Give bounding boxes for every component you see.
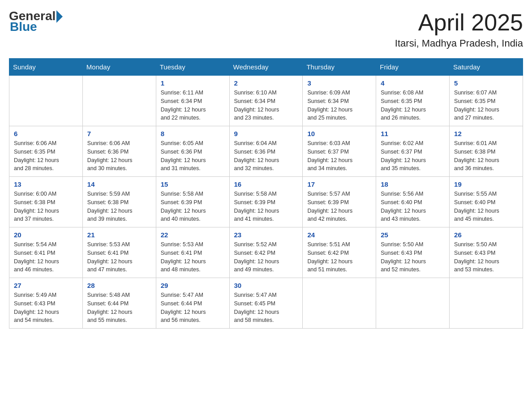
day-info: Sunrise: 6:01 AM Sunset: 6:38 PM Dayligh… xyxy=(454,139,518,173)
day-info: Sunrise: 6:00 AM Sunset: 6:38 PM Dayligh… xyxy=(14,190,78,223)
day-number: 17 xyxy=(307,180,371,188)
day-number: 16 xyxy=(234,180,298,188)
day-info: Sunrise: 6:05 AM Sunset: 6:36 PM Dayligh… xyxy=(161,139,225,173)
day-number: 20 xyxy=(14,231,78,239)
day-info: Sunrise: 6:11 AM Sunset: 6:34 PM Dayligh… xyxy=(161,89,225,122)
logo-arrow-icon xyxy=(56,10,63,23)
day-info: Sunrise: 5:50 AM Sunset: 6:43 PM Dayligh… xyxy=(381,240,445,274)
calendar-cell: 9Sunrise: 6:04 AM Sunset: 6:36 PM Daylig… xyxy=(229,126,303,177)
day-of-week-header: Sunday xyxy=(9,59,83,76)
calendar-week-row: 6Sunrise: 6:06 AM Sunset: 6:35 PM Daylig… xyxy=(9,126,523,177)
calendar-cell: 19Sunrise: 5:55 AM Sunset: 6:40 PM Dayli… xyxy=(450,177,523,227)
day-info: Sunrise: 5:59 AM Sunset: 6:38 PM Dayligh… xyxy=(87,190,151,223)
calendar-week-row: 13Sunrise: 6:00 AM Sunset: 6:38 PM Dayli… xyxy=(9,177,523,227)
calendar-cell: 23Sunrise: 5:52 AM Sunset: 6:42 PM Dayli… xyxy=(229,227,303,278)
calendar-cell: 21Sunrise: 5:53 AM Sunset: 6:41 PM Dayli… xyxy=(82,227,156,278)
calendar-cell: 2Sunrise: 6:10 AM Sunset: 6:34 PM Daylig… xyxy=(229,76,303,126)
day-info: Sunrise: 5:49 AM Sunset: 6:43 PM Dayligh… xyxy=(14,291,78,325)
calendar-cell: 10Sunrise: 6:03 AM Sunset: 6:37 PM Dayli… xyxy=(303,126,376,177)
day-number: 3 xyxy=(307,79,371,87)
day-info: Sunrise: 6:04 AM Sunset: 6:36 PM Dayligh… xyxy=(234,139,298,173)
day-info: Sunrise: 5:58 AM Sunset: 6:39 PM Dayligh… xyxy=(234,190,298,223)
day-number: 4 xyxy=(381,79,445,87)
page-header: General Blue April 2025 Itarsi, Madhya P… xyxy=(9,9,523,49)
calendar-cell: 24Sunrise: 5:51 AM Sunset: 6:42 PM Dayli… xyxy=(303,227,376,278)
day-info: Sunrise: 5:52 AM Sunset: 6:42 PM Dayligh… xyxy=(234,240,298,274)
day-number: 21 xyxy=(87,231,151,239)
day-number: 13 xyxy=(14,180,78,188)
day-number: 25 xyxy=(381,231,445,239)
day-info: Sunrise: 5:51 AM Sunset: 6:42 PM Dayligh… xyxy=(307,240,371,274)
day-number: 7 xyxy=(87,130,151,137)
calendar-cell: 3Sunrise: 6:09 AM Sunset: 6:34 PM Daylig… xyxy=(303,76,376,126)
calendar-cell: 1Sunrise: 6:11 AM Sunset: 6:34 PM Daylig… xyxy=(156,76,229,126)
day-number: 11 xyxy=(381,130,445,137)
day-info: Sunrise: 5:53 AM Sunset: 6:41 PM Dayligh… xyxy=(161,240,225,274)
day-info: Sunrise: 5:48 AM Sunset: 6:44 PM Dayligh… xyxy=(87,291,151,325)
calendar-cell xyxy=(82,76,156,126)
day-info: Sunrise: 5:54 AM Sunset: 6:41 PM Dayligh… xyxy=(14,240,78,274)
day-number: 19 xyxy=(454,180,518,188)
day-number: 5 xyxy=(454,79,518,87)
day-number: 10 xyxy=(307,130,371,137)
day-of-week-header: Friday xyxy=(376,59,450,76)
day-of-week-header: Monday xyxy=(82,59,156,76)
day-number: 26 xyxy=(454,231,518,239)
day-info: Sunrise: 5:57 AM Sunset: 6:39 PM Dayligh… xyxy=(307,190,371,223)
calendar-week-row: 20Sunrise: 5:54 AM Sunset: 6:41 PM Dayli… xyxy=(9,227,523,278)
day-number: 9 xyxy=(234,130,298,137)
day-info: Sunrise: 5:56 AM Sunset: 6:40 PM Dayligh… xyxy=(381,190,445,223)
day-number: 23 xyxy=(234,231,298,239)
day-number: 18 xyxy=(381,180,445,188)
day-info: Sunrise: 6:10 AM Sunset: 6:34 PM Dayligh… xyxy=(234,89,298,122)
calendar-week-row: 27Sunrise: 5:49 AM Sunset: 6:43 PM Dayli… xyxy=(9,278,523,329)
calendar-cell: 28Sunrise: 5:48 AM Sunset: 6:44 PM Dayli… xyxy=(82,278,156,329)
day-number: 29 xyxy=(161,282,225,289)
calendar-cell: 11Sunrise: 6:02 AM Sunset: 6:37 PM Dayli… xyxy=(376,126,450,177)
calendar-cell: 12Sunrise: 6:01 AM Sunset: 6:38 PM Dayli… xyxy=(450,126,523,177)
day-of-week-header: Thursday xyxy=(303,59,376,76)
day-info: Sunrise: 6:09 AM Sunset: 6:34 PM Dayligh… xyxy=(307,89,371,122)
calendar-header-row: SundayMondayTuesdayWednesdayThursdayFrid… xyxy=(9,59,523,76)
calendar-cell: 8Sunrise: 6:05 AM Sunset: 6:36 PM Daylig… xyxy=(156,126,229,177)
calendar-cell: 26Sunrise: 5:50 AM Sunset: 6:43 PM Dayli… xyxy=(450,227,523,278)
calendar-cell: 6Sunrise: 6:06 AM Sunset: 6:35 PM Daylig… xyxy=(9,126,83,177)
calendar-cell: 22Sunrise: 5:53 AM Sunset: 6:41 PM Dayli… xyxy=(156,227,229,278)
day-info: Sunrise: 5:47 AM Sunset: 6:45 PM Dayligh… xyxy=(234,291,298,325)
calendar-cell: 13Sunrise: 6:00 AM Sunset: 6:38 PM Dayli… xyxy=(9,177,83,227)
day-number: 15 xyxy=(161,180,225,188)
day-info: Sunrise: 6:07 AM Sunset: 6:35 PM Dayligh… xyxy=(454,89,518,122)
day-number: 1 xyxy=(161,79,225,87)
day-of-week-header: Tuesday xyxy=(156,59,229,76)
calendar-cell xyxy=(376,278,450,329)
calendar-cell: 20Sunrise: 5:54 AM Sunset: 6:41 PM Dayli… xyxy=(9,227,83,278)
calendar-cell xyxy=(9,76,83,126)
day-number: 2 xyxy=(234,79,298,87)
day-number: 24 xyxy=(307,231,371,239)
calendar-cell: 4Sunrise: 6:08 AM Sunset: 6:35 PM Daylig… xyxy=(376,76,450,126)
calendar-cell: 16Sunrise: 5:58 AM Sunset: 6:39 PM Dayli… xyxy=(229,177,303,227)
calendar-cell: 25Sunrise: 5:50 AM Sunset: 6:43 PM Dayli… xyxy=(376,227,450,278)
day-info: Sunrise: 5:53 AM Sunset: 6:41 PM Dayligh… xyxy=(87,240,151,274)
calendar-week-row: 1Sunrise: 6:11 AM Sunset: 6:34 PM Daylig… xyxy=(9,76,523,126)
calendar-table: SundayMondayTuesdayWednesdayThursdayFrid… xyxy=(9,58,523,329)
day-info: Sunrise: 5:50 AM Sunset: 6:43 PM Dayligh… xyxy=(454,240,518,274)
day-number: 14 xyxy=(87,180,151,188)
day-info: Sunrise: 6:06 AM Sunset: 6:36 PM Dayligh… xyxy=(87,139,151,173)
calendar-cell xyxy=(450,278,523,329)
day-info: Sunrise: 6:08 AM Sunset: 6:35 PM Dayligh… xyxy=(381,89,445,122)
calendar-cell: 17Sunrise: 5:57 AM Sunset: 6:39 PM Dayli… xyxy=(303,177,376,227)
month-title: April 2025 xyxy=(395,9,523,36)
calendar-cell: 30Sunrise: 5:47 AM Sunset: 6:45 PM Dayli… xyxy=(229,278,303,329)
day-info: Sunrise: 6:06 AM Sunset: 6:35 PM Dayligh… xyxy=(14,139,78,173)
day-number: 8 xyxy=(161,130,225,137)
day-number: 22 xyxy=(161,231,225,239)
calendar-cell: 29Sunrise: 5:47 AM Sunset: 6:44 PM Dayli… xyxy=(156,278,229,329)
day-of-week-header: Saturday xyxy=(450,59,523,76)
day-of-week-header: Wednesday xyxy=(229,59,303,76)
calendar-cell: 7Sunrise: 6:06 AM Sunset: 6:36 PM Daylig… xyxy=(82,126,156,177)
day-number: 27 xyxy=(14,282,78,289)
day-info: Sunrise: 6:02 AM Sunset: 6:37 PM Dayligh… xyxy=(381,139,445,173)
calendar-cell: 5Sunrise: 6:07 AM Sunset: 6:35 PM Daylig… xyxy=(450,76,523,126)
day-info: Sunrise: 6:03 AM Sunset: 6:37 PM Dayligh… xyxy=(307,139,371,173)
